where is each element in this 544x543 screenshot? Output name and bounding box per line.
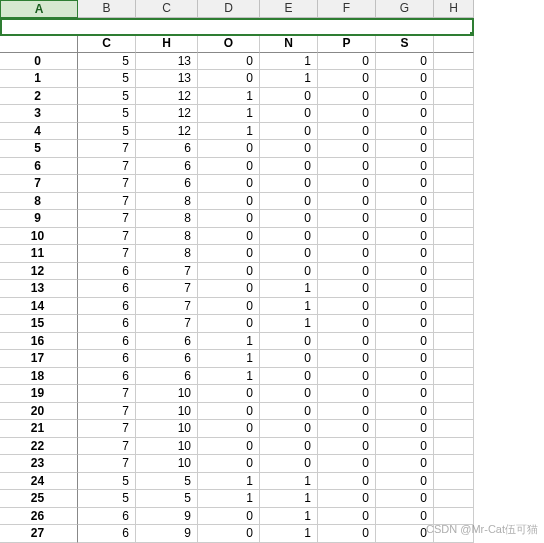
cell-blank[interactable] xyxy=(434,508,474,526)
cell[interactable]: 0 xyxy=(376,175,434,193)
cell-blank[interactable] xyxy=(434,525,474,543)
cell[interactable]: 0 xyxy=(376,280,434,298)
cell[interactable]: 1 xyxy=(198,123,260,141)
cell[interactable]: 0 xyxy=(318,490,376,508)
cell[interactable]: 6 xyxy=(136,158,198,176)
row-index[interactable]: 20 xyxy=(0,403,78,421)
cell[interactable]: 0 xyxy=(318,525,376,543)
cell[interactable]: 0 xyxy=(376,455,434,473)
data-header-p[interactable]: P xyxy=(318,35,376,53)
cell-blank[interactable] xyxy=(434,403,474,421)
cell[interactable]: 7 xyxy=(78,385,136,403)
cell[interactable]: 0 xyxy=(376,140,434,158)
row-index[interactable]: 10 xyxy=(0,228,78,246)
cell[interactable]: 0 xyxy=(198,193,260,211)
cell[interactable]: 0 xyxy=(318,385,376,403)
cell[interactable]: 1 xyxy=(260,315,318,333)
cell[interactable]: 0 xyxy=(318,158,376,176)
column-header-c[interactable]: C xyxy=(136,0,198,18)
row-index[interactable]: 27 xyxy=(0,525,78,543)
cell[interactable]: 0 xyxy=(198,158,260,176)
cell[interactable]: 0 xyxy=(260,105,318,123)
cell-blank[interactable] xyxy=(434,368,474,386)
cell[interactable]: 0 xyxy=(376,88,434,106)
row-index[interactable]: 2 xyxy=(0,88,78,106)
cell[interactable]: 0 xyxy=(376,193,434,211)
cell[interactable]: 0 xyxy=(318,123,376,141)
cell[interactable]: 5 xyxy=(78,88,136,106)
cell[interactable]: 0 xyxy=(318,298,376,316)
cell[interactable]: 6 xyxy=(78,525,136,543)
cell-blank[interactable] xyxy=(434,315,474,333)
cell[interactable]: 0 xyxy=(318,263,376,281)
cell-blank[interactable] xyxy=(434,490,474,508)
cell[interactable]: 0 xyxy=(260,175,318,193)
cell[interactable]: 1 xyxy=(260,490,318,508)
column-header-d[interactable]: D xyxy=(198,0,260,18)
cell[interactable]: 0 xyxy=(318,140,376,158)
cell[interactable]: 10 xyxy=(136,420,198,438)
row-index[interactable]: 12 xyxy=(0,263,78,281)
cell-blank[interactable] xyxy=(434,123,474,141)
cell[interactable]: 0 xyxy=(318,473,376,491)
row-index[interactable]: 25 xyxy=(0,490,78,508)
row-index[interactable]: 16 xyxy=(0,333,78,351)
cell[interactable]: 0 xyxy=(260,455,318,473)
cell[interactable]: 1 xyxy=(198,490,260,508)
cell-blank[interactable] xyxy=(434,70,474,88)
cell[interactable]: 0 xyxy=(198,315,260,333)
cell[interactable]: 0 xyxy=(318,175,376,193)
cell[interactable]: 0 xyxy=(376,53,434,71)
cell[interactable]: 0 xyxy=(260,88,318,106)
cell[interactable]: 0 xyxy=(376,490,434,508)
data-header-blank[interactable] xyxy=(0,35,78,53)
cell[interactable]: 0 xyxy=(376,298,434,316)
cell[interactable]: 7 xyxy=(78,438,136,456)
row-index[interactable]: 7 xyxy=(0,175,78,193)
cell[interactable]: 10 xyxy=(136,455,198,473)
cell[interactable]: 0 xyxy=(376,245,434,263)
row-index[interactable]: 15 xyxy=(0,315,78,333)
cell[interactable]: 5 xyxy=(78,105,136,123)
cell[interactable]: 10 xyxy=(136,385,198,403)
row-index[interactable]: 9 xyxy=(0,210,78,228)
cell[interactable]: 0 xyxy=(260,420,318,438)
cell[interactable]: 0 xyxy=(318,455,376,473)
cell[interactable]: 6 xyxy=(78,368,136,386)
cell-blank[interactable] xyxy=(434,473,474,491)
cell[interactable]: 0 xyxy=(198,420,260,438)
cell[interactable]: 0 xyxy=(198,385,260,403)
cell[interactable]: 8 xyxy=(136,193,198,211)
cell[interactable]: 7 xyxy=(136,263,198,281)
cell[interactable]: 0 xyxy=(376,438,434,456)
cell[interactable]: 0 xyxy=(376,263,434,281)
cell[interactable]: 0 xyxy=(260,210,318,228)
cell-blank[interactable] xyxy=(434,53,474,71)
cell[interactable]: 0 xyxy=(318,280,376,298)
cell[interactable]: 7 xyxy=(78,455,136,473)
cell[interactable]: 6 xyxy=(136,350,198,368)
cell-blank[interactable] xyxy=(434,193,474,211)
row-index[interactable]: 11 xyxy=(0,245,78,263)
cell[interactable]: 6 xyxy=(136,175,198,193)
cell[interactable]: 7 xyxy=(136,315,198,333)
cell[interactable]: 10 xyxy=(136,438,198,456)
cell[interactable]: 7 xyxy=(78,245,136,263)
cell[interactable]: 7 xyxy=(78,158,136,176)
cell[interactable]: 8 xyxy=(136,245,198,263)
cell[interactable]: 1 xyxy=(198,333,260,351)
cell[interactable]: 0 xyxy=(376,508,434,526)
cell[interactable]: 0 xyxy=(318,315,376,333)
cell[interactable]: 1 xyxy=(260,525,318,543)
row-index[interactable]: 4 xyxy=(0,123,78,141)
row-index[interactable]: 17 xyxy=(0,350,78,368)
row-index[interactable]: 13 xyxy=(0,280,78,298)
cell[interactable]: 0 xyxy=(260,158,318,176)
cell[interactable]: 0 xyxy=(198,53,260,71)
cell[interactable]: 0 xyxy=(318,228,376,246)
cell[interactable]: 1 xyxy=(198,350,260,368)
cell[interactable]: 0 xyxy=(376,333,434,351)
cell[interactable]: 0 xyxy=(376,105,434,123)
cell-blank[interactable] xyxy=(434,105,474,123)
cell[interactable]: 7 xyxy=(136,280,198,298)
